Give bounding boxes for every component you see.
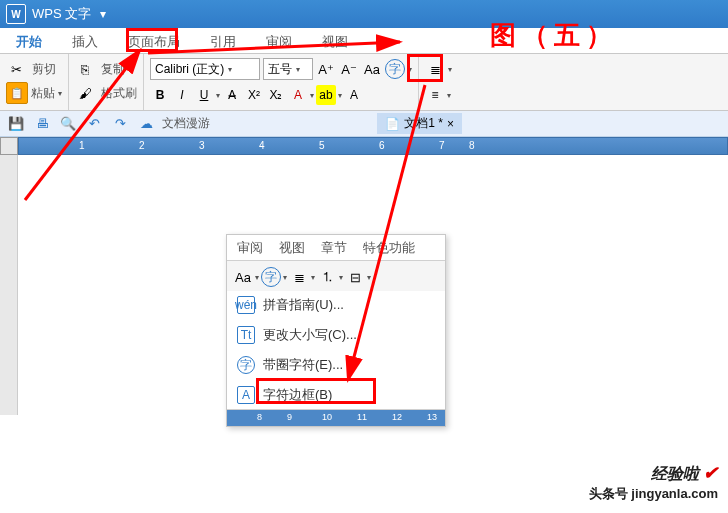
- menu-enclosed[interactable]: 字 带圈字符(E)...: [227, 351, 445, 379]
- undo-icon[interactable]: ↶: [84, 114, 104, 134]
- font-group: Calibri (正文) ▾ 五号 ▾ A⁺ A⁻ Aa 字 ▾ B I U ▾…: [144, 54, 419, 110]
- redo-icon[interactable]: ↷: [110, 114, 130, 134]
- print-icon[interactable]: 🖶: [32, 114, 52, 134]
- popup-ruler: 8 9 10 11 12 13: [227, 410, 445, 426]
- font-size-combo[interactable]: 五号 ▾: [263, 58, 313, 80]
- pruler-10: 10: [322, 412, 332, 422]
- bold-icon[interactable]: B: [150, 85, 170, 105]
- enclose-dropdown-icon[interactable]: ▾: [408, 65, 412, 74]
- menu-border-label: 字符边框(B): [263, 386, 332, 404]
- ribbon-toolbar: ✂ 剪切 📋 粘贴 ▾ ⎘ 复制 🖌 格式刷 Calibri (正文) ▾ 五号…: [0, 54, 728, 111]
- bullets-icon[interactable]: ≣: [425, 59, 445, 79]
- char-shading-icon[interactable]: A: [344, 85, 364, 105]
- font-size-value: 五号: [268, 61, 292, 78]
- underline-icon[interactable]: U: [194, 85, 214, 105]
- copy-label: 复制: [101, 61, 125, 78]
- highlight-dd-icon[interactable]: ▾: [338, 91, 342, 100]
- ruler-5: 5: [319, 140, 325, 151]
- chevron-down-icon: ▾: [228, 65, 232, 74]
- font-name-combo[interactable]: Calibri (正文) ▾: [150, 58, 260, 80]
- grow-font-icon[interactable]: A⁺: [316, 59, 336, 79]
- ruler-8: 8: [469, 140, 475, 151]
- app-title: WPS 文字: [32, 5, 91, 23]
- pruler-12: 12: [392, 412, 402, 422]
- watermark-line1: 经验啦: [651, 465, 699, 482]
- tab-start[interactable]: 开始: [10, 30, 48, 54]
- cloud-icon[interactable]: ☁: [136, 114, 156, 134]
- menu-pinyin-label: 拼音指南(U)...: [263, 296, 344, 314]
- enclose-char-icon[interactable]: 字: [385, 59, 405, 79]
- numbering-icon[interactable]: ⒈: [317, 267, 337, 287]
- close-tab-icon[interactable]: ×: [447, 117, 454, 131]
- bullets-dd-icon[interactable]: ▾: [448, 65, 452, 74]
- copy-icon[interactable]: ⎘: [75, 59, 95, 79]
- dd-icon[interactable]: ▾: [255, 273, 259, 282]
- ruler-corner: [0, 137, 18, 155]
- ruler-1: 1: [79, 140, 85, 151]
- change-case-icon[interactable]: Aa: [233, 267, 253, 287]
- tab-reference[interactable]: 引用: [204, 30, 242, 54]
- ruler-7: 7: [439, 140, 445, 151]
- cut-label: 剪切: [32, 61, 56, 78]
- bullets-icon[interactable]: ≣: [289, 267, 309, 287]
- dd-icon[interactable]: ▾: [339, 273, 343, 282]
- chevron-down-icon: ▾: [296, 65, 300, 74]
- ptab-chapter[interactable]: 章节: [321, 239, 347, 257]
- clipboard-group: ✂ 剪切 📋 粘贴 ▾: [0, 54, 69, 110]
- ptab-view[interactable]: 视图: [279, 239, 305, 257]
- menu-changecase[interactable]: Tt 更改大小写(C)...: [227, 321, 445, 349]
- ptab-review[interactable]: 审阅: [237, 239, 263, 257]
- format-painter-icon[interactable]: 🖌: [75, 83, 95, 103]
- subscript-icon[interactable]: X₂: [266, 85, 286, 105]
- popup-panel: 审阅 视图 章节 特色功能 Aa ▾ 字 ▾ ≣ ▾ ⒈ ▾ ⊟ ▾ wén 拼…: [226, 234, 446, 427]
- ribbon-tabs: 开始 插入 页面布局 引用 审阅 视图: [0, 28, 728, 54]
- doc-icon: 📄: [385, 117, 400, 131]
- tab-layout[interactable]: 页面布局: [122, 30, 186, 54]
- document-tab[interactable]: 📄 文档1 * ×: [377, 113, 462, 134]
- tab-view[interactable]: 视图: [316, 30, 354, 54]
- title-dropdown-icon[interactable]: ▾: [97, 8, 109, 20]
- superscript-icon[interactable]: X²: [244, 85, 264, 105]
- popup-tabs: 审阅 视图 章节 特色功能: [227, 235, 445, 261]
- vertical-ruler[interactable]: [0, 155, 18, 415]
- align-dd-icon[interactable]: ▾: [447, 91, 451, 100]
- pinyin-icon: wén: [237, 296, 255, 314]
- scissors-icon[interactable]: ✂: [6, 59, 26, 79]
- ruler-6: 6: [379, 140, 385, 151]
- font-name-value: Calibri (正文): [155, 61, 224, 78]
- italic-icon[interactable]: I: [172, 85, 192, 105]
- strikethrough-icon[interactable]: A̶: [222, 85, 242, 105]
- tab-review[interactable]: 审阅: [260, 30, 298, 54]
- highlight-icon[interactable]: ab: [316, 85, 336, 105]
- watermark-line2: 头条号 jingyanla.com: [589, 485, 718, 503]
- menu-pinyin[interactable]: wén 拼音指南(U)...: [227, 291, 445, 319]
- multilevel-icon[interactable]: ⊟: [345, 267, 365, 287]
- paste-dropdown-icon[interactable]: ▾: [58, 89, 62, 98]
- dd-icon[interactable]: ▾: [311, 273, 315, 282]
- horizontal-ruler[interactable]: 1 2 3 4 5 6 7 8: [18, 137, 728, 155]
- save-icon[interactable]: 💾: [6, 114, 26, 134]
- underline-dd-icon[interactable]: ▾: [216, 91, 220, 100]
- change-case-icon[interactable]: Aa: [362, 59, 382, 79]
- dd-icon[interactable]: ▾: [367, 273, 371, 282]
- docnav-label[interactable]: 文档漫游: [162, 115, 210, 132]
- ptab-special[interactable]: 特色功能: [363, 239, 415, 257]
- dd-icon[interactable]: ▾: [283, 273, 287, 282]
- menu-enclosed-label: 带圈字符(E)...: [263, 356, 343, 374]
- tab-insert[interactable]: 插入: [66, 30, 104, 54]
- ruler-3: 3: [199, 140, 205, 151]
- shrink-font-icon[interactable]: A⁻: [339, 59, 359, 79]
- pruler-13: 13: [427, 412, 437, 422]
- fontcolor-dd-icon[interactable]: ▾: [310, 91, 314, 100]
- align-left-icon[interactable]: ≡: [425, 85, 445, 105]
- preview-icon[interactable]: 🔍: [58, 114, 78, 134]
- enclose-char-icon[interactable]: 字: [261, 267, 281, 287]
- ruler-bar: 1 2 3 4 5 6 7 8: [0, 137, 728, 155]
- menu-border[interactable]: A 字符边框(B): [227, 381, 445, 409]
- paste-icon[interactable]: 📋: [6, 82, 28, 104]
- pruler-11: 11: [357, 412, 367, 422]
- font-color-icon[interactable]: A: [288, 85, 308, 105]
- paste-label: 粘贴: [31, 85, 55, 102]
- check-icon: ✔: [703, 463, 718, 483]
- enclosed-icon: 字: [237, 356, 255, 374]
